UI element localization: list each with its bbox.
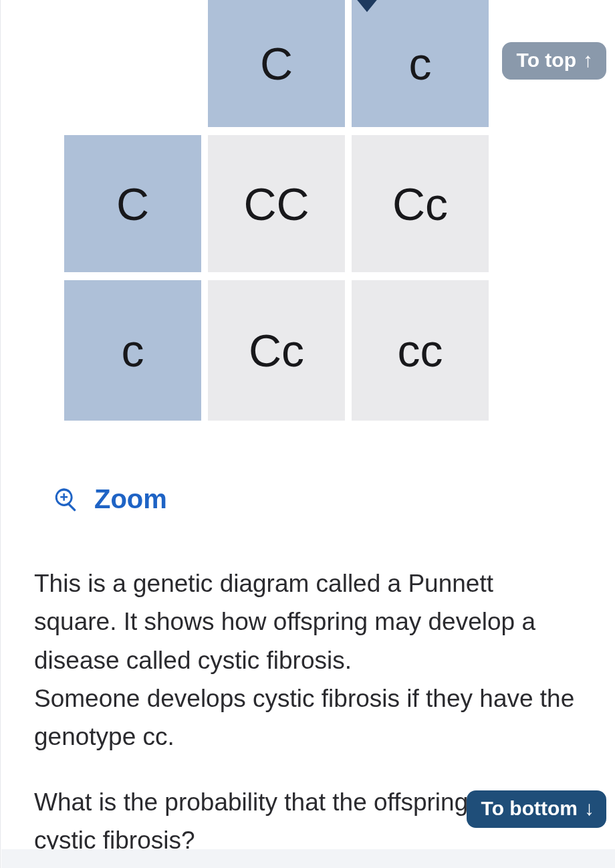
punnett-cell: Cc <box>352 135 489 272</box>
punnett-blank-corner <box>64 0 201 127</box>
zoom-button[interactable]: Zoom <box>53 484 582 514</box>
to-top-button[interactable]: To top ↑ <box>502 42 606 80</box>
punnett-col-header: C <box>208 0 345 127</box>
bottom-divider <box>1 849 615 868</box>
punnett-cell: cc <box>352 280 489 421</box>
punnett-cell: Cc <box>208 280 345 421</box>
paragraph-text: Someone develops cystic fibrosis if they… <box>34 685 574 750</box>
punnett-row-header: c <box>64 280 201 421</box>
zoom-label: Zoom <box>94 484 167 514</box>
arrow-down-icon: ↓ <box>584 798 594 819</box>
arrow-up-icon: ↑ <box>583 50 593 70</box>
punnett-cell: CC <box>208 135 345 272</box>
to-top-label: To top <box>517 49 576 72</box>
to-bottom-button[interactable]: To bottom ↓ <box>467 790 606 828</box>
paragraph-text: This is a genetic diagram called a Punne… <box>34 570 535 674</box>
pointer-down-icon <box>355 0 379 12</box>
zoom-in-icon <box>53 486 80 513</box>
punnett-row-header: C <box>64 135 201 272</box>
punnett-square: C c C CC Cc c Cc cc <box>64 0 499 421</box>
punnett-col-header: c <box>352 0 489 127</box>
to-bottom-label: To bottom <box>481 797 578 820</box>
